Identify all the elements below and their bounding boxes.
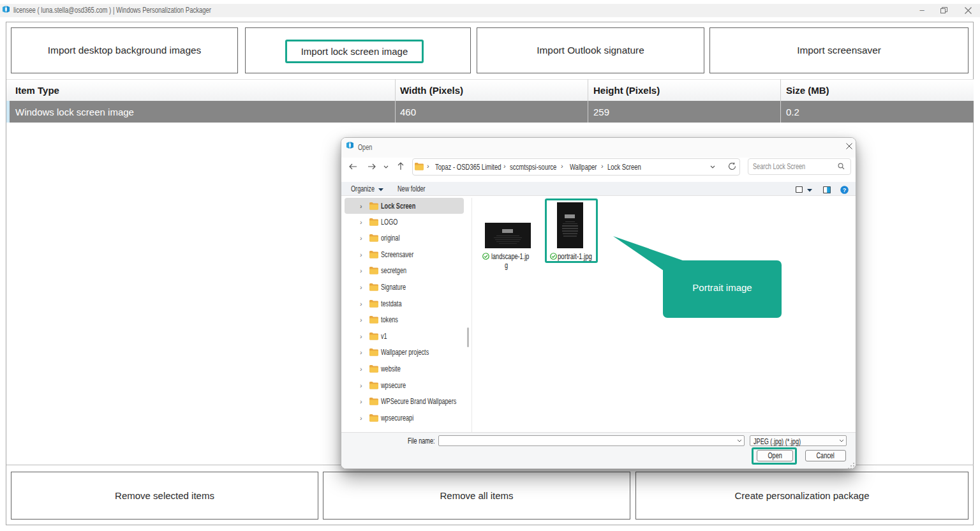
svg-text:?: ?: [843, 187, 847, 193]
